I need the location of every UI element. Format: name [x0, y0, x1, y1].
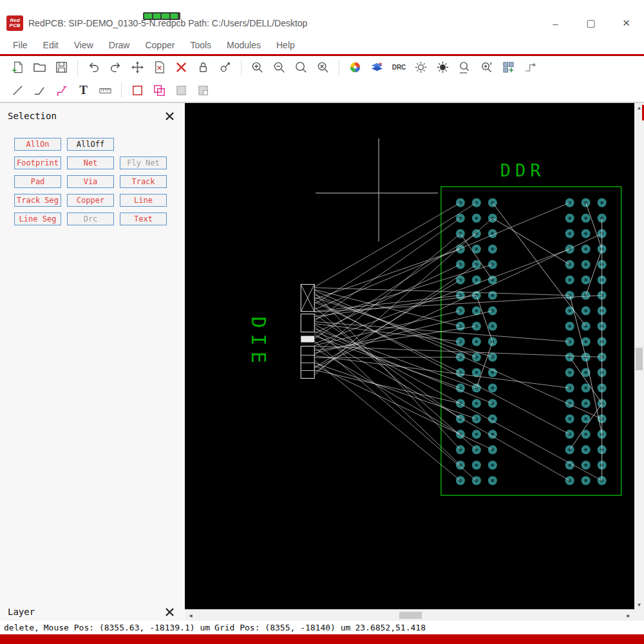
find-net-button[interactable]: [455, 59, 475, 77]
move-button[interactable]: [128, 59, 147, 77]
pad-hole: [491, 464, 494, 467]
selection-button-text[interactable]: Text: [120, 213, 167, 225]
layer-close-icon[interactable]: [165, 607, 175, 617]
pad-hole: [568, 417, 571, 421]
scroll-right-icon[interactable]: ▸: [624, 610, 633, 621]
highlight-off-button[interactable]: [433, 59, 453, 77]
selection-button-alloff[interactable]: AllOff: [67, 138, 114, 151]
vertical-scrollbar[interactable]: ▴ ▾: [634, 103, 644, 609]
draw-rect-filled-button[interactable]: [171, 81, 191, 99]
selection-button-allon[interactable]: AllOn: [14, 138, 61, 151]
selection-close-icon[interactable]: [165, 111, 175, 121]
draw-line-button[interactable]: [8, 81, 28, 99]
redo-button[interactable]: [106, 59, 126, 77]
draw-track-button[interactable]: [52, 81, 71, 99]
bottom-red-strip: [0, 634, 644, 644]
pad-hole: [459, 386, 462, 390]
measure-button[interactable]: [95, 81, 115, 99]
maximize-button[interactable]: ▢: [573, 12, 609, 35]
canvas-column: DDRDIE ◂ ▸: [185, 103, 634, 621]
net-line: [570, 296, 602, 435]
selection-button-pad[interactable]: Pad: [14, 175, 61, 188]
drc-check-button[interactable]: DRC: [389, 59, 409, 77]
pad-hole: [584, 201, 587, 204]
selection-button-drc[interactable]: Drc: [67, 213, 114, 225]
open-file-button[interactable]: [30, 59, 50, 77]
selection-button-fly-net[interactable]: Fly Net: [120, 156, 167, 169]
selection-button-copper[interactable]: Copper: [67, 194, 114, 207]
menu-file[interactable]: File: [5, 40, 35, 50]
new-file-button[interactable]: [8, 59, 28, 77]
main-area: Selection AllOnAllOffFootprintNetFly Net…: [0, 102, 644, 621]
selection-button-net[interactable]: Net: [67, 156, 114, 169]
pad-hole: [475, 278, 478, 281]
draw-rect-pink-button[interactable]: [149, 81, 169, 99]
selection-button-line[interactable]: Line: [120, 194, 167, 207]
color-settings-button[interactable]: [345, 59, 365, 77]
layer-panel-header: Layer: [0, 599, 185, 621]
zoom-in-button[interactable]: [247, 59, 267, 77]
module-add-button[interactable]: [498, 59, 518, 77]
pad-hole: [584, 309, 587, 312]
unlock-button[interactable]: [215, 59, 235, 77]
menu-copper[interactable]: Copper: [137, 40, 182, 50]
pad-hole: [568, 448, 571, 451]
pad-hole: [584, 386, 587, 390]
panel-spacer: [0, 225, 185, 599]
die-body: [301, 346, 314, 379]
selection-button-via[interactable]: Via: [67, 175, 114, 188]
menu-modules[interactable]: Modules: [219, 40, 269, 50]
minimize-button[interactable]: –: [538, 12, 573, 35]
pad-hole: [475, 216, 478, 220]
layer-settings-button[interactable]: [367, 59, 387, 77]
die-body: [301, 314, 314, 332]
toolbar-separator: [339, 60, 339, 75]
zoom-out-button[interactable]: [269, 59, 289, 77]
undo-button[interactable]: [84, 59, 104, 77]
save-icon: [55, 61, 68, 74]
route-mode-button[interactable]: [520, 59, 540, 77]
highlight-on-button[interactable]: [411, 59, 431, 77]
toolbar-main: DRC: [0, 56, 644, 79]
selection-button-footprint[interactable]: Footprint: [14, 156, 61, 169]
pad-hole: [475, 464, 478, 467]
ruler-icon: [99, 84, 112, 97]
status-grid-pos: Grid Pos: (8355, -18140) um: [214, 623, 350, 632]
pcb-drawing[interactable]: DDRDIE: [185, 103, 634, 609]
zoom-reset-button[interactable]: [313, 59, 333, 77]
horizontal-scroll-thumb[interactable]: [399, 612, 422, 619]
pad-hole: [568, 278, 571, 281]
menu-edit[interactable]: Edit: [35, 40, 66, 50]
menu-draw[interactable]: Draw: [101, 40, 138, 50]
draw-rect-red-button[interactable]: [128, 81, 147, 99]
menu-help[interactable]: Help: [269, 40, 303, 50]
selection-button-track[interactable]: Track: [120, 175, 167, 188]
horizontal-scrollbar[interactable]: ◂ ▸: [185, 609, 634, 621]
close-button[interactable]: ✕: [609, 12, 644, 35]
battery-indicator: [143, 12, 180, 20]
fly-line: [314, 363, 477, 419]
save-file-button[interactable]: [52, 59, 71, 77]
menu-view[interactable]: View: [66, 40, 101, 50]
menu-tools[interactable]: Tools: [182, 40, 219, 50]
selection-button-track-seg[interactable]: Track Seg: [14, 194, 61, 207]
pad-hole: [568, 216, 571, 220]
vertical-scroll-thumb[interactable]: [636, 348, 643, 370]
fly-line: [314, 360, 460, 480]
pad-hole: [491, 247, 494, 251]
zoom-window-button[interactable]: [291, 59, 311, 77]
zoom-out-icon: [272, 61, 286, 74]
lock-button[interactable]: [193, 59, 213, 77]
scroll-down-icon[interactable]: ▾: [634, 601, 644, 608]
pad-hole: [459, 278, 462, 281]
draw-polyline-button[interactable]: [30, 81, 50, 99]
selection-button-line-seg[interactable]: Line Seg: [14, 213, 61, 225]
draw-text-button[interactable]: T: [73, 81, 93, 99]
app-logo: Red PCB: [6, 15, 23, 31]
zoom-reset-icon: [316, 61, 330, 74]
find-component-button[interactable]: [477, 59, 497, 77]
delete-button[interactable]: [171, 59, 191, 77]
scroll-left-icon[interactable]: ◂: [186, 610, 195, 621]
select-button[interactable]: [149, 59, 169, 77]
draw-rect-region-button[interactable]: [193, 81, 213, 99]
